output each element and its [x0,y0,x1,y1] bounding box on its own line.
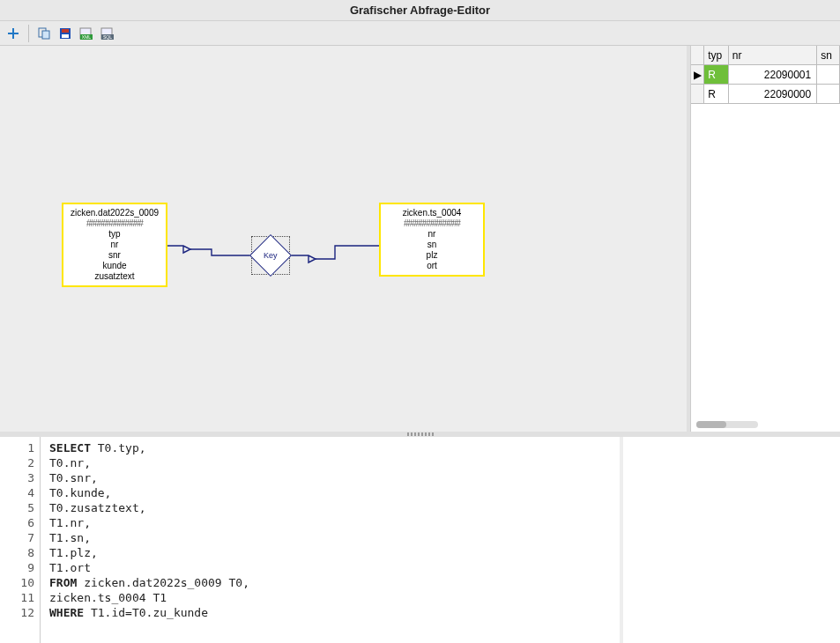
row-indicator: ▶ [691,65,704,84]
sql-gutter: 123456789101112 [0,437,41,643]
add-button[interactable] [4,24,23,43]
svg-text:SQL: SQL [103,34,112,40]
line-number: 5 [0,500,34,515]
entity-field: typ [69,229,160,240]
cell-nr[interactable]: 22090001 [729,65,817,84]
table-row[interactable]: R 22090000 [691,85,840,104]
svg-rect-3 [62,29,69,33]
line-number: 1 [0,440,34,455]
save-button[interactable] [56,24,75,43]
grid-hscrollbar[interactable] [696,421,758,428]
code-line[interactable]: WHERE T1.id=T0.zu_kunde [49,605,620,620]
col-typ[interactable]: typ [704,46,729,64]
code-line[interactable]: T1.sn, [49,530,620,545]
sql-pane: 123456789101112 SELECT T0.typ,T0.nr,T0.s… [0,437,840,643]
export-sql-button[interactable]: SQL [98,24,117,43]
code-line[interactable]: T1.nr, [49,515,620,530]
grid-header: typ nr sn [691,46,840,65]
export-xml-icon: XML [79,27,93,40]
diamond-icon: Key [249,234,292,277]
save-icon [59,27,71,40]
copy-button[interactable] [34,24,54,43]
line-number: 2 [0,455,34,470]
upper-pane: zicken.dat2022s_0009 ##############typnr… [0,46,840,432]
table-row[interactable]: ▶ R 22090001 [691,65,840,85]
code-line[interactable]: T0.nr, [49,455,620,470]
entity-box[interactable]: zicken.ts_0004 ##############nrsnplzort [379,203,485,277]
entity-separator: ############## [386,218,478,229]
entity-field: kunde [69,261,160,271]
entity-field: snr [69,250,160,261]
relation-key[interactable]: Key [251,236,290,275]
cell-nr[interactable]: 22090000 [729,85,817,103]
line-number: 12 [0,605,34,620]
entity-field: ort [386,261,478,271]
cell-sn[interactable] [817,85,840,103]
svg-rect-1 [42,31,49,39]
line-number: 11 [0,590,34,605]
export-sql-icon: SQL [100,27,115,40]
entity-field: nr [386,229,478,240]
query-editor-window: Grafischer Abfrage-Editor [0,0,840,643]
add-icon [7,27,19,40]
result-grid[interactable]: typ nr sn ▶ R 22090001 R 22090000 [690,46,840,432]
cell-typ[interactable]: R [704,85,729,103]
copy-icon [38,27,50,40]
line-number: 3 [0,470,34,485]
sql-code[interactable]: SELECT T0.typ,T0.nr,T0.snr,T0.kunde,T0.z… [41,437,623,643]
col-sn[interactable]: sn [817,46,840,64]
entity-field: zusatztext [69,271,160,282]
entity-title: zicken.dat2022s_0009 [69,208,160,218]
entity-field: sn [386,240,478,250]
entity-field: plz [386,250,478,261]
line-number: 4 [0,485,34,500]
code-line[interactable]: zicken.ts_0004 T1 [49,590,620,605]
diagram-canvas[interactable]: zicken.dat2022s_0009 ##############typnr… [0,46,690,432]
toolbar-separator [28,25,29,42]
svg-text:XML: XML [82,34,92,40]
code-line[interactable]: T1.ort [49,560,620,575]
code-line[interactable]: T0.kunde, [49,485,620,500]
line-number: 8 [0,545,34,560]
line-number: 7 [0,530,34,545]
window-title: Grafischer Abfrage-Editor [350,4,490,17]
grid-corner [691,46,704,64]
line-number: 10 [0,575,34,590]
code-line[interactable]: T1.plz, [49,545,620,560]
cell-sn[interactable] [817,65,840,84]
export-xml-button[interactable]: XML [77,24,96,43]
relation-label: Key [264,251,278,260]
row-indicator [691,85,704,103]
code-line[interactable]: SELECT T0.typ, [49,440,620,455]
entity-box[interactable]: zicken.dat2022s_0009 ##############typnr… [62,203,167,287]
title-bar: Grafischer Abfrage-Editor [0,0,840,21]
svg-rect-4 [62,34,69,38]
line-number: 9 [0,560,34,575]
entity-separator: ############## [69,218,160,229]
sql-right-gutter [623,437,840,643]
cell-typ[interactable]: R [704,65,729,84]
code-line[interactable]: T0.snr, [49,470,620,485]
entity-field: nr [69,240,160,250]
toolbar: XML SQL [0,21,840,46]
code-line[interactable]: FROM zicken.dat2022s_0009 T0, [49,575,620,590]
col-nr[interactable]: nr [729,46,817,64]
code-line[interactable]: T0.zusatztext, [49,500,620,515]
entity-title: zicken.ts_0004 [386,208,478,218]
line-number: 6 [0,515,34,530]
horizontal-splitter[interactable] [0,432,840,437]
